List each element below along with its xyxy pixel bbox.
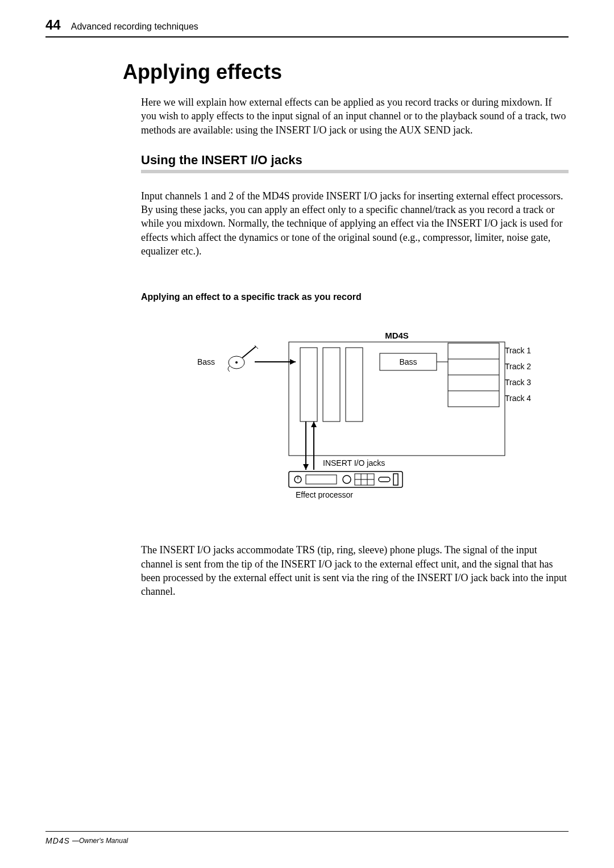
subsection-paragraph: Input channels 1 and 2 of the MD4S provi… xyxy=(141,189,569,258)
diagram-device-label: MD4S xyxy=(385,331,409,340)
diagram-track-4-label: Track 4 xyxy=(505,394,531,403)
page-header: 44 Advanced recording techniques xyxy=(45,17,569,37)
post-diagram-paragraph: The INSERT I/O jacks accommodate TRS (ti… xyxy=(141,543,569,598)
intro-paragraph: Here we will explain how external effect… xyxy=(141,95,569,137)
diagram-channel-box-label: Bass xyxy=(399,357,417,366)
footer-text: —Owner's Manual xyxy=(72,837,128,845)
header-section-name: Advanced recording techniques xyxy=(71,22,198,32)
svg-rect-31 xyxy=(393,474,398,485)
svg-rect-3 xyxy=(346,348,363,422)
svg-rect-1 xyxy=(300,348,317,422)
svg-line-12 xyxy=(242,347,256,358)
sub-sub-title: Applying an effect to a specific track a… xyxy=(141,292,569,302)
diagram-processor-label: Effect processor xyxy=(296,490,353,499)
diagram-track-2-label: Track 2 xyxy=(505,362,531,371)
guitar-icon xyxy=(228,345,258,372)
diagram-input-label: Bass xyxy=(197,357,215,366)
subsection-rule xyxy=(141,170,569,173)
page-number: 44 xyxy=(45,17,61,33)
svg-rect-30 xyxy=(379,477,390,482)
subsection-title: Using the INSERT I/O jacks xyxy=(141,153,569,168)
svg-point-11 xyxy=(235,361,238,364)
section-title: Applying effects xyxy=(123,60,569,84)
diagram-insert-label: INSERT I/O jacks xyxy=(323,458,385,468)
svg-point-25 xyxy=(343,475,351,483)
svg-marker-18 xyxy=(303,464,309,470)
footer-brand: MD4S xyxy=(45,836,70,845)
diagram-track-1-label: Track 1 xyxy=(505,346,531,355)
svg-rect-2 xyxy=(323,348,340,422)
svg-marker-20 xyxy=(311,422,317,427)
effect-processor-icon xyxy=(289,471,403,487)
svg-rect-24 xyxy=(306,475,337,484)
signal-flow-diagram: MD4S Bass Track 1 Track 2 Track 3 Track … xyxy=(141,325,569,509)
page-footer: MD4S —Owner's Manual xyxy=(45,831,569,845)
diagram-track-3-label: Track 3 xyxy=(505,378,531,387)
svg-marker-15 xyxy=(290,359,296,365)
